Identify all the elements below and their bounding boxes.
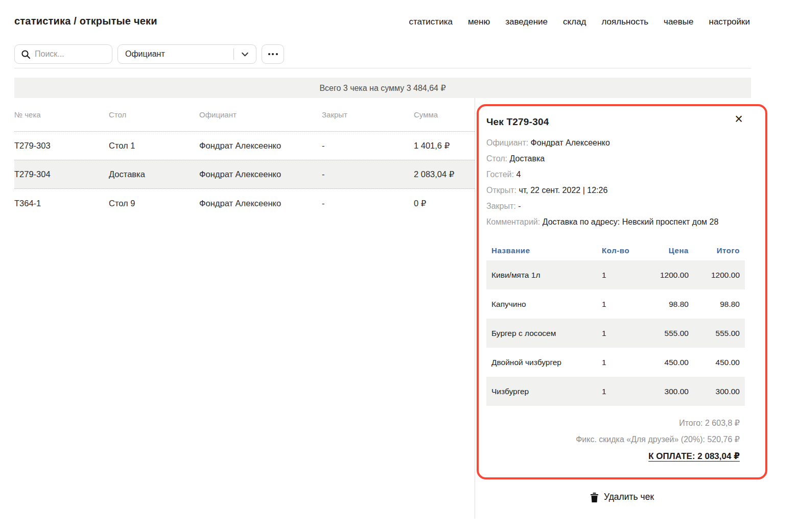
list-item: Киви/мята 1л 1 1200.00 1200.00 (486, 260, 745, 289)
item-qty: 1 (602, 300, 638, 309)
waiter-filter-select[interactable]: Официант (118, 44, 256, 64)
item-name: Капучино (491, 300, 602, 309)
item-total: 1200.00 (689, 271, 740, 280)
nav-settings[interactable]: настройки (709, 17, 750, 27)
receipt-title: Чек T279-304 (486, 116, 745, 128)
discount-line: Фикс. скидка «Для друзей» (20%): 520,76 … (486, 431, 740, 448)
list-item: Капучино 1 98.80 98.80 (486, 289, 745, 319)
item-name: Бургер с лососем (491, 329, 602, 338)
item-name: Двойной чизбургер (491, 358, 602, 367)
field-value: 4 (516, 170, 521, 179)
nav-menu[interactable]: меню (468, 17, 490, 27)
items-col-name: Название (491, 246, 602, 255)
items-col-qty: Кол-во (602, 246, 638, 255)
field-label: Официант: (486, 138, 528, 147)
cell-table: Стол 1 (109, 141, 199, 151)
cell-receipt-number: T364-1 (14, 199, 109, 208)
item-price: 300.00 (638, 387, 689, 396)
col-table: Стол (109, 110, 199, 119)
cell-sum: 2 083,04 ₽ (414, 170, 475, 179)
delete-receipt-label: Удалить чек (604, 492, 654, 502)
table-row-selected[interactable]: T279-304 Доставка Фондрат Алексеенко - 2… (14, 160, 475, 189)
field-value: - (518, 202, 521, 210)
receipts-table-header: № чека Стол Официант Закрыт Сумма (14, 98, 475, 132)
item-qty: 1 (602, 329, 638, 338)
filters-bar: Официант (14, 44, 751, 68)
field-label: Открыт: (486, 186, 516, 195)
items-header: Название Кол-во Цена Итого (486, 240, 745, 260)
field-value: Доставка по адресу: Невский проспект дом… (543, 217, 719, 226)
item-total: 300.00 (689, 387, 740, 396)
waiter-filter-label: Официант (125, 50, 165, 59)
field-label: Закрыт: (486, 202, 516, 210)
close-icon[interactable]: × (735, 112, 743, 126)
list-item: Чизбургер 1 300.00 300.00 (486, 377, 745, 406)
cell-closed: - (322, 199, 414, 208)
item-qty: 1 (602, 387, 638, 396)
nav-loyalty[interactable]: лояльность (602, 17, 649, 27)
field-guests: Гостей: 4 (486, 166, 745, 182)
list-item: Двойной чизбургер 1 450.00 450.00 (486, 348, 745, 377)
subtotal-line: Итого: 2 603,8 ₽ (486, 415, 740, 431)
cell-sum: 1 401,6 ₽ (414, 141, 475, 151)
search-input[interactable] (35, 50, 107, 59)
item-qty: 1 (602, 358, 638, 367)
more-options-button[interactable] (262, 44, 284, 64)
field-value: Фондрат Алексеенко (531, 138, 610, 147)
cell-waiter: Фондрат Алексеенко (199, 199, 322, 208)
table-row[interactable]: T364-1 Стол 9 Фондрат Алексеенко - 0 ₽ (14, 189, 475, 217)
cell-waiter: Фондрат Алексеенко (199, 141, 322, 151)
page-title: статистика / открытые чеки (14, 15, 157, 27)
main-nav: статистика меню заведение склад лояльнос… (409, 17, 750, 27)
field-opened: Открыт: чт, 22 сент. 2022 | 12:26 (486, 182, 745, 198)
delete-receipt-button[interactable]: Удалить чек (590, 492, 654, 502)
items-col-price: Цена (638, 246, 689, 255)
search-box[interactable] (14, 44, 112, 64)
ellipsis-icon (268, 53, 278, 55)
to-pay-line: К ОПЛАТЕ: 2 083,04 ₽ (486, 448, 740, 465)
cell-table: Стол 9 (109, 199, 199, 208)
items-col-total: Итого (689, 246, 740, 255)
item-name: Киви/мята 1л (491, 271, 602, 280)
delete-row: Удалить чек (477, 492, 767, 502)
field-closed: Закрыт: - (486, 198, 745, 214)
receipt-items-table: Название Кол-во Цена Итого Киви/мята 1л … (486, 240, 745, 406)
nav-tips[interactable]: чаевые (664, 17, 693, 27)
table-row[interactable]: T279-303 Стол 1 Фондрат Алексеенко - 1 4… (14, 132, 475, 160)
trash-icon (590, 492, 599, 502)
nav-venue[interactable]: заведение (505, 17, 548, 27)
receipt-detail-column: × Чек T279-304 Официант: Фондрат Алексее… (475, 98, 799, 519)
chevron-down-icon (234, 50, 256, 59)
item-name: Чизбургер (491, 387, 602, 396)
item-total: 555.00 (689, 329, 740, 338)
item-price: 555.00 (638, 329, 689, 338)
col-closed: Закрыт (322, 110, 414, 119)
item-total: 450.00 (689, 358, 740, 367)
search-icon (21, 50, 31, 59)
field-comment: Комментарий: Доставка по адресу: Невский… (486, 214, 745, 231)
item-price: 98.80 (638, 300, 689, 309)
field-label: Гостей: (486, 170, 514, 179)
list-item: Бургер с лососем 1 555.00 555.00 (486, 319, 745, 348)
field-label: Стол: (486, 154, 507, 163)
col-sum: Сумма (414, 110, 475, 119)
item-price: 1200.00 (638, 271, 689, 280)
nav-stock[interactable]: склад (563, 17, 586, 27)
cell-table: Доставка (109, 170, 199, 179)
field-label: Комментарий: (486, 217, 540, 226)
col-receipt-number: № чека (14, 110, 109, 119)
totals-summary-text: Всего 3 чека на сумму 3 484,64 ₽ (319, 83, 445, 93)
receipt-detail-panel: × Чек T279-304 Официант: Фондрат Алексее… (477, 104, 767, 479)
col-waiter: Официант (199, 110, 322, 119)
field-value: чт, 22 сент. 2022 | 12:26 (519, 186, 607, 195)
nav-statistics[interactable]: статистика (409, 17, 453, 27)
field-waiter: Официант: Фондрат Алексеенко (486, 135, 745, 151)
cell-sum: 0 ₽ (414, 199, 475, 208)
item-price: 450.00 (638, 358, 689, 367)
receipts-table: № чека Стол Официант Закрыт Сумма T279-3… (0, 98, 475, 519)
field-table: Стол: Доставка (486, 151, 745, 166)
cell-closed: - (322, 170, 414, 179)
totals-summary-bar: Всего 3 чека на сумму 3 484,64 ₽ (14, 78, 751, 98)
cell-receipt-number: T279-304 (14, 170, 109, 179)
cell-closed: - (322, 141, 414, 151)
